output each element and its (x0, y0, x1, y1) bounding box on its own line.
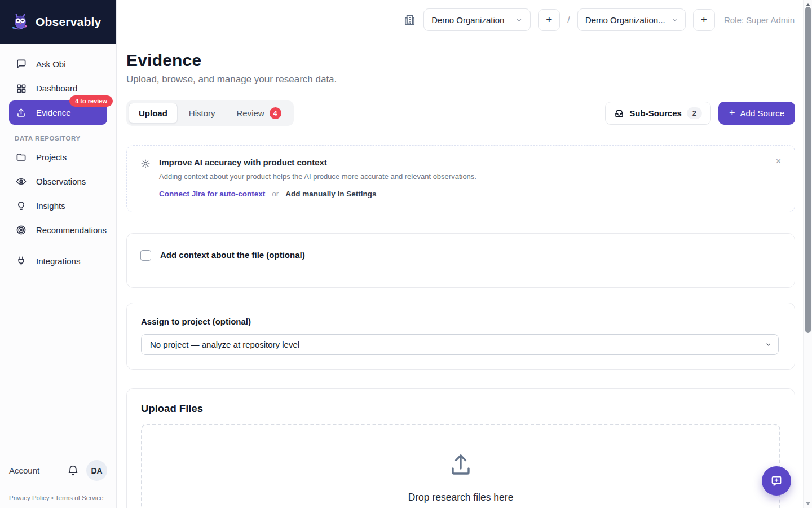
review-count-badge: 4 to review (69, 95, 113, 107)
banner-title: Improve AI accuracy with product context (159, 157, 476, 167)
upload-icon (16, 107, 27, 118)
org-dropdown[interactable]: Demo Organization (423, 8, 531, 31)
sidebar-item-label: Ask Obi (36, 59, 66, 69)
sub-sources-label: Sub-Sources (629, 108, 682, 118)
scrollbar-down-arrow[interactable] (804, 500, 812, 507)
lightbulb-icon (16, 200, 27, 211)
page-scrollbar[interactable] (803, 0, 812, 508)
sidebar-item-label: Integrations (36, 256, 80, 266)
folder-icon (16, 152, 27, 163)
upload-files-card: Upload Files Drop research files here PD… (126, 388, 795, 508)
banner-links: Connect Jira for auto-context or Add man… (159, 190, 476, 198)
sun-icon (140, 159, 151, 198)
settings-link[interactable]: Add manually in Settings (285, 190, 376, 198)
ai-context-banner: Improve AI accuracy with product context… (126, 145, 795, 212)
or-text: or (272, 190, 279, 198)
file-context-card: Add context about the file (optional) (126, 233, 795, 288)
role-text: Role: Super Admin (724, 15, 795, 25)
context-checkbox-label[interactable]: Add context about the file (optional) (160, 250, 305, 260)
sidebar: Observably Ask Obi Dashboard Evidence 4 … (0, 0, 117, 508)
account-row: Account DA (9, 460, 107, 481)
sidebar-item-ask-obi[interactable]: Ask Obi (9, 52, 107, 76)
chat-plus-icon (770, 474, 783, 488)
chevron-down-icon (765, 341, 771, 348)
workspace-dropdown-value: Demo Organization... (585, 15, 665, 25)
account-label: Account (9, 466, 39, 475)
project-select-value: No project — analyze at repository level (150, 340, 299, 349)
building-icon (403, 14, 416, 27)
add-source-button[interactable]: + Add Source (718, 102, 795, 125)
inbox-icon (614, 108, 624, 119)
plus-icon: + (729, 107, 735, 119)
chat-fab-button[interactable] (762, 466, 791, 496)
tab-label: Review (237, 108, 264, 118)
add-workspace-button[interactable]: + (693, 9, 715, 31)
sidebar-item-insights[interactable]: Insights (9, 194, 107, 218)
org-dropdown-value: Demo Organization (431, 15, 504, 25)
dashboard-icon (16, 83, 27, 94)
tab-review[interactable]: Review 4 (227, 103, 292, 124)
project-select[interactable]: No project — analyze at repository level (141, 334, 779, 355)
plug-icon (16, 256, 27, 266)
toolbar-row: Upload History Review 4 Sub-Sources 2 + … (126, 100, 795, 126)
page-title: Evidence (126, 51, 795, 70)
sub-sources-button[interactable]: Sub-Sources 2 (605, 102, 711, 125)
assign-project-label: Assign to project (optional) (141, 317, 779, 326)
brand-logo[interactable]: Observably (0, 0, 116, 44)
dropzone-headline: Drop research files here (408, 492, 514, 503)
chevron-down-icon (672, 17, 678, 23)
assign-project-card: Assign to project (optional) No project … (126, 303, 795, 370)
sidebar-item-label: Dashboard (36, 84, 77, 93)
sidebar-item-evidence[interactable]: Evidence 4 to review (9, 100, 107, 125)
sidebar-item-label: Evidence (36, 108, 71, 117)
sidebar-item-label: Recommendations (36, 225, 107, 235)
close-icon[interactable]: × (774, 155, 783, 168)
add-source-label: Add Source (740, 108, 784, 118)
file-dropzone[interactable]: Drop research files here PDF, Word, vide… (141, 424, 780, 508)
breadcrumb-separator: / (567, 14, 570, 25)
page-subtitle: Upload, browse, and manage your research… (126, 74, 795, 85)
tab-label: Upload (139, 108, 167, 118)
main-content: Evidence Upload, browse, and manage your… (126, 40, 795, 508)
sidebar-section-data-repository: DATA REPOSITORY (15, 135, 107, 142)
banner-description: Adding context about your product helps … (159, 172, 476, 181)
sidebar-nav: Ask Obi Dashboard Evidence 4 to review D… (0, 44, 116, 273)
context-checkbox[interactable] (140, 250, 151, 261)
add-organization-button[interactable]: + (538, 9, 560, 31)
sidebar-item-observations[interactable]: Observations (9, 169, 107, 194)
sub-sources-count: 2 (687, 107, 702, 119)
chevron-down-icon (515, 16, 523, 24)
toolbar-actions: Sub-Sources 2 + Add Source (605, 102, 795, 125)
banner-body: Improve AI accuracy with product context… (159, 157, 476, 198)
upload-files-title: Upload Files (141, 402, 780, 415)
bell-icon[interactable] (65, 462, 81, 479)
top-header: Demo Organization + / Demo Organization.… (117, 0, 803, 40)
sidebar-item-integrations[interactable]: Integrations (9, 249, 107, 273)
target-icon (16, 225, 27, 235)
sidebar-item-label: Observations (36, 177, 86, 186)
sidebar-item-projects[interactable]: Projects (9, 145, 107, 169)
scrollbar-thumb[interactable] (805, 7, 811, 333)
review-badge: 4 (270, 107, 281, 119)
owl-logo-icon (10, 12, 30, 32)
chat-icon (16, 59, 27, 69)
legal-links[interactable]: Privacy Policy • Terms of Service (9, 488, 107, 508)
tab-upload[interactable]: Upload (129, 103, 178, 124)
eye-icon (16, 176, 27, 187)
tab-history[interactable]: History (179, 103, 226, 124)
avatar[interactable]: DA (86, 460, 107, 481)
workspace-dropdown[interactable]: Demo Organization... (577, 8, 686, 31)
upload-icon (447, 451, 474, 478)
brand-name: Observably (36, 15, 101, 29)
sidebar-item-recommendations[interactable]: Recommendations (9, 218, 107, 242)
sidebar-item-label: Projects (36, 152, 67, 162)
sidebar-item-label: Insights (36, 201, 65, 211)
tab-bar: Upload History Review 4 (126, 100, 294, 126)
connect-jira-link[interactable]: Connect Jira for auto-context (159, 190, 265, 198)
tab-label: History (189, 108, 215, 118)
